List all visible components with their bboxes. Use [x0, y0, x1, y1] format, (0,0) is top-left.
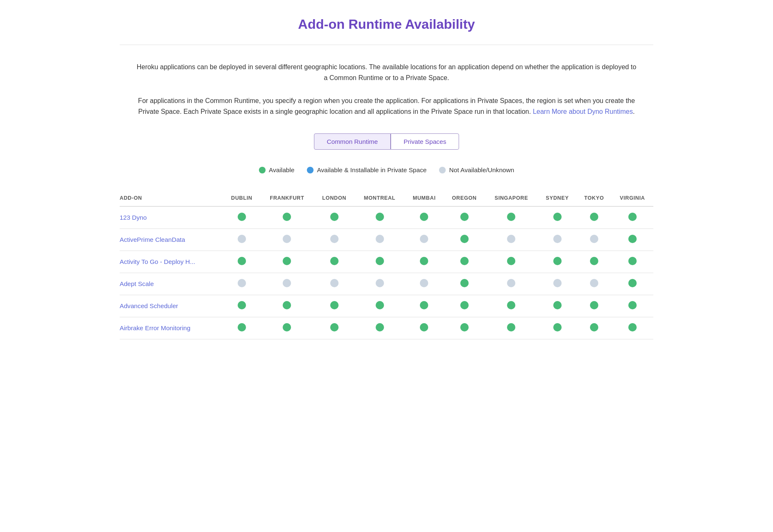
availability-cell — [354, 295, 405, 317]
availability-cell — [611, 295, 653, 317]
green-dot — [330, 323, 339, 331]
green-dot — [420, 213, 428, 221]
availability-cell — [611, 229, 653, 251]
green-dot — [238, 213, 246, 221]
availability-cell — [260, 251, 314, 273]
green-dot — [507, 323, 515, 331]
green-dot — [460, 323, 469, 331]
green-dot — [376, 213, 384, 221]
availability-cell — [444, 251, 485, 273]
availability-cell — [485, 206, 538, 229]
col-header-mumbai: MUMBAI — [405, 190, 444, 206]
availability-cell — [314, 295, 354, 317]
availability-cell — [538, 273, 577, 295]
gray-dot — [553, 235, 562, 243]
gray-dot — [238, 279, 246, 287]
green-dot — [507, 301, 515, 309]
green-dot — [590, 257, 598, 265]
col-header-oregon: OREGON — [444, 190, 485, 206]
availability-cell — [354, 251, 405, 273]
availability-cell — [577, 206, 611, 229]
page-title: Add-on Runtime Availability — [120, 17, 653, 32]
green-dot — [420, 301, 428, 309]
availability-cell — [314, 206, 354, 229]
not-available-label: Not Available/Unknown — [449, 166, 514, 173]
gray-dot — [238, 235, 246, 243]
green-dot — [460, 257, 469, 265]
gray-dot — [376, 279, 384, 287]
divider — [120, 45, 653, 45]
availability-cell — [444, 229, 485, 251]
col-header-london: LONDON — [314, 190, 354, 206]
green-dot — [507, 257, 515, 265]
availability-cell — [223, 317, 260, 339]
addon-link[interactable]: Airbrake Error Monitoring — [120, 324, 191, 331]
addon-link[interactable]: 123 Dyno — [120, 214, 147, 221]
col-header-sydney: SYDNEY — [538, 190, 577, 206]
addon-link[interactable]: Activity To Go - Deploy H... — [120, 258, 195, 265]
table-row: Advanced Scheduler — [120, 295, 653, 317]
availability-cell — [577, 229, 611, 251]
green-dot — [590, 301, 598, 309]
gray-dot — [330, 235, 339, 243]
availability-cell — [223, 295, 260, 317]
green-dot — [628, 323, 637, 331]
green-dot — [460, 235, 469, 243]
green-dot — [376, 257, 384, 265]
green-dot — [628, 279, 637, 287]
green-dot — [330, 301, 339, 309]
availability-cell — [538, 229, 577, 251]
addon-name-cell: 123 Dyno — [120, 206, 223, 229]
green-dot — [238, 323, 246, 331]
availability-cell — [444, 295, 485, 317]
table-row: ActivePrime CleanData — [120, 229, 653, 251]
not-available-dot — [439, 167, 446, 173]
table-row: 123 Dyno — [120, 206, 653, 229]
availability-cell — [538, 251, 577, 273]
addon-name-cell: Adept Scale — [120, 273, 223, 295]
green-dot — [376, 301, 384, 309]
gray-dot — [553, 279, 562, 287]
availability-cell — [405, 273, 444, 295]
availability-cell — [577, 317, 611, 339]
availability-cell — [611, 317, 653, 339]
availability-cell — [405, 206, 444, 229]
green-dot — [376, 323, 384, 331]
availability-cell — [485, 273, 538, 295]
addon-name-cell: Airbrake Error Monitoring — [120, 317, 223, 339]
tab-common-runtime[interactable]: Common Runtime — [314, 133, 391, 150]
addon-link[interactable]: Adept Scale — [120, 280, 154, 287]
green-dot — [238, 301, 246, 309]
legend-available-private: Available & Installable in Private Space — [307, 166, 427, 173]
gray-dot — [376, 235, 384, 243]
green-dot — [283, 257, 291, 265]
green-dot — [553, 213, 562, 221]
legend-not-available: Not Available/Unknown — [439, 166, 514, 173]
availability-cell — [444, 206, 485, 229]
table-header-row: ADD-ON DUBLIN FRANKFURT LONDON MONTREAL … — [120, 190, 653, 206]
col-header-addon: ADD-ON — [120, 190, 223, 206]
legend: Available Available & Installable in Pri… — [120, 166, 653, 173]
availability-cell — [485, 251, 538, 273]
available-private-dot — [307, 167, 314, 173]
available-dot — [259, 167, 266, 173]
intro-paragraph-1: Heroku applications can be deployed in s… — [136, 62, 637, 83]
addon-link[interactable]: Advanced Scheduler — [120, 302, 178, 309]
availability-cell — [485, 229, 538, 251]
col-header-singapore: SINGAPORE — [485, 190, 538, 206]
gray-dot — [590, 235, 598, 243]
tab-group: Common Runtime Private Spaces — [120, 133, 653, 150]
col-header-dublin: DUBLIN — [223, 190, 260, 206]
availability-cell — [260, 317, 314, 339]
tab-private-spaces[interactable]: Private Spaces — [391, 133, 459, 150]
availability-cell — [260, 206, 314, 229]
dyno-runtimes-link[interactable]: Learn More about Dyno Runtimes — [533, 108, 633, 115]
availability-cell — [611, 206, 653, 229]
green-dot — [553, 257, 562, 265]
col-header-virginia: VIRGINIA — [611, 190, 653, 206]
addon-link[interactable]: ActivePrime CleanData — [120, 236, 185, 243]
green-dot — [628, 213, 637, 221]
green-dot — [283, 301, 291, 309]
availability-cell — [314, 251, 354, 273]
addon-name-cell: Activity To Go - Deploy H... — [120, 251, 223, 273]
